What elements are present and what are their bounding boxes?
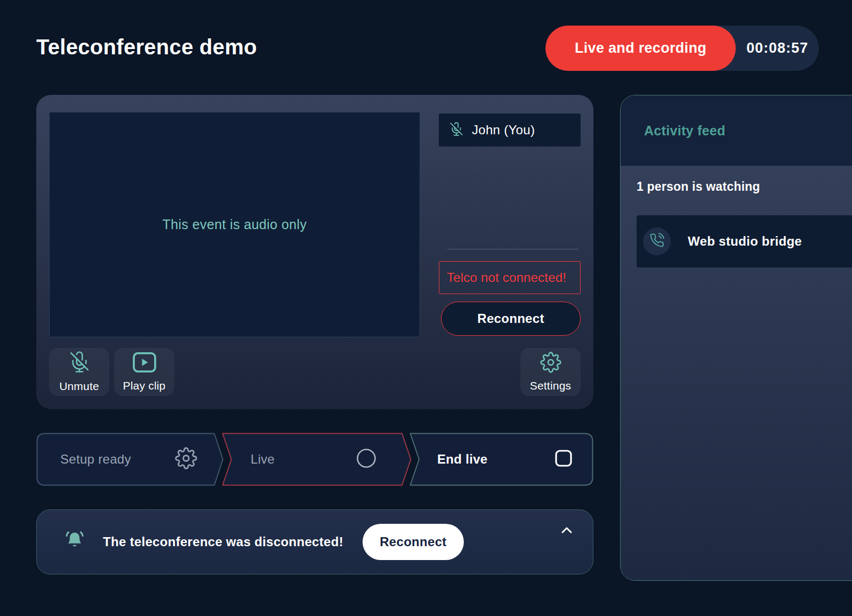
feed-item-web-studio-bridge[interactable]: Web studio bridge: [637, 215, 852, 268]
collapse-notification-button[interactable]: [558, 522, 576, 540]
play-clip-label: Play clip: [123, 379, 166, 392]
gear-icon: [175, 447, 197, 472]
activity-feed-panel: Activity feed 1 person is watching Web s…: [620, 95, 852, 581]
record-circle-icon: [356, 448, 376, 471]
notification-reconnect-button[interactable]: Reconnect: [363, 524, 464, 560]
call-controls: Unmute Play clip Settings: [49, 348, 581, 396]
settings-button[interactable]: Settings: [520, 348, 581, 396]
bell-icon: [63, 530, 86, 554]
notification-message: The teleconference was disconnected!: [103, 534, 343, 549]
play-clip-button[interactable]: Play clip: [114, 348, 174, 396]
gear-icon: [540, 352, 561, 376]
disconnect-notification: The teleconference was disconnected! Rec…: [36, 509, 593, 574]
mic-off-icon: [449, 122, 463, 138]
unmute-label: Unmute: [59, 380, 99, 393]
side-divider: [447, 249, 578, 249]
activity-feed-header: Activity feed: [621, 95, 852, 166]
watching-status: 1 person is watching: [637, 180, 852, 194]
stage-flow: Setup ready Live End li: [36, 433, 593, 486]
mic-off-icon: [68, 351, 91, 376]
stage-live[interactable]: Live: [222, 433, 412, 486]
telco-reconnect-button[interactable]: Reconnect: [441, 302, 581, 336]
stage-end-live[interactable]: End live: [409, 433, 593, 486]
activity-feed-body: 1 person is watching Web studio bridge: [621, 166, 852, 581]
avatar: [643, 228, 671, 255]
settings-label: Settings: [530, 379, 571, 392]
video-area: This event is audio only: [49, 112, 420, 337]
live-status-bar: Live and recording 00:08:57: [545, 26, 819, 71]
telco-alert: Telco not connected!: [439, 261, 581, 294]
stop-square-icon: [555, 450, 572, 469]
participant-name: John (You): [472, 123, 535, 137]
play-clip-icon: [132, 352, 157, 376]
stage-panel: This event is audio only John (You) Telc…: [36, 95, 593, 409]
phone-call-icon: [649, 233, 664, 250]
stage-setup-ready[interactable]: Setup ready: [36, 433, 224, 486]
feed-item-label: Web studio bridge: [688, 234, 802, 249]
end-live-label: End live: [437, 452, 487, 467]
live-recording-button[interactable]: Live and recording: [545, 26, 736, 71]
page-title: Teleconference demo: [36, 35, 257, 59]
chevron-up-icon: [558, 522, 576, 540]
audio-only-message: This event is audio only: [163, 217, 307, 232]
participant-tile-john[interactable]: John (You): [439, 114, 581, 147]
unmute-button[interactable]: Unmute: [49, 348, 109, 396]
recording-timer: 00:08:57: [736, 26, 819, 71]
live-label: Live: [251, 452, 275, 467]
setup-ready-label: Setup ready: [60, 452, 131, 467]
activity-feed-title: Activity feed: [644, 123, 726, 139]
